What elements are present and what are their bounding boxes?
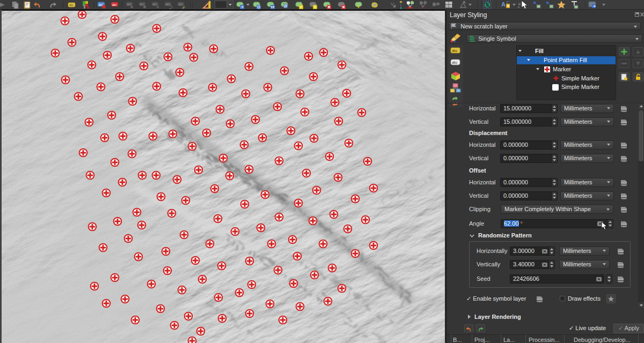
svg-text:abc: abc bbox=[127, 3, 131, 6]
svg-text:abc: abc bbox=[452, 61, 458, 64]
svg-text:abc: abc bbox=[69, 3, 74, 6]
svg-text:A: A bbox=[501, 1, 506, 8]
svg-text:abc: abc bbox=[153, 3, 157, 6]
svg-text:abc: abc bbox=[166, 3, 170, 6]
svg-text:abc: abc bbox=[140, 3, 144, 6]
svg-text:abc: abc bbox=[452, 49, 458, 53]
svg-text:abc: abc bbox=[179, 3, 183, 6]
svg-text:abc: abc bbox=[112, 3, 117, 6]
